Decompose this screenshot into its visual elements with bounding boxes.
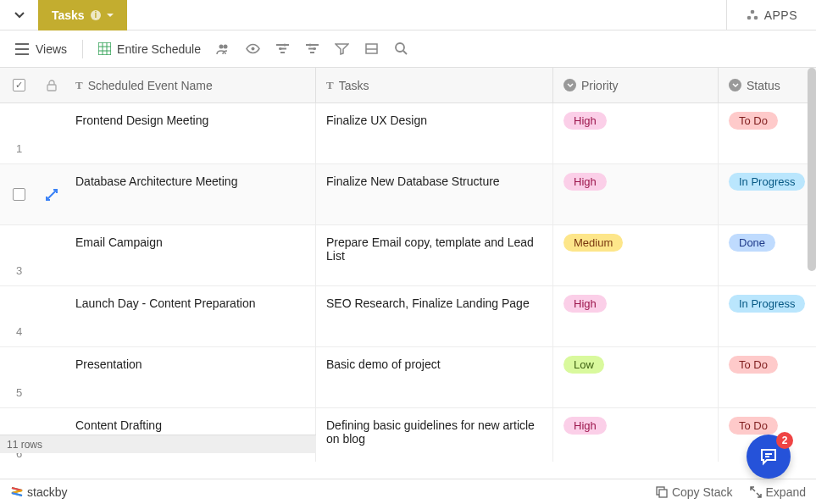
cell-task[interactable]: SEO Research, Finalize Landing Page (316, 286, 553, 346)
svg-point-6 (219, 45, 223, 49)
svg-rect-17 (659, 490, 667, 497)
select-type-icon (563, 79, 576, 91)
row-expand-cell (38, 225, 65, 285)
cell-status[interactable]: Done (719, 225, 816, 285)
column-label: Tasks (339, 79, 369, 92)
table-row[interactable]: Database Architecture MeetingFinalize Ne… (0, 164, 816, 225)
vertical-scrollbar[interactable] (808, 68, 816, 271)
tab-label: Tasks (52, 8, 85, 22)
svg-point-11 (308, 44, 311, 47)
apps-icon (746, 8, 759, 22)
svg-rect-15 (47, 85, 56, 91)
cell-task[interactable]: Prepare Email copy, template and Lead Li… (316, 225, 553, 285)
svg-point-14 (396, 43, 404, 52)
cell-status[interactable]: To Do (719, 347, 816, 407)
cell-priority[interactable]: Medium (553, 225, 719, 285)
views-button[interactable]: Views (15, 42, 67, 56)
cell-priority[interactable]: High (553, 408, 719, 462)
chat-fab[interactable]: 2 (747, 435, 791, 479)
svg-text:i: i (94, 10, 97, 19)
header-lock-cell (38, 80, 65, 91)
priority-pill: High (563, 417, 607, 435)
apps-label: APPS (764, 8, 797, 22)
separator (82, 40, 83, 58)
column-header-tasks[interactable]: T Tasks (316, 68, 553, 102)
cell-event-name[interactable]: Database Architecture Meeting (65, 164, 316, 224)
svg-point-4 (753, 15, 758, 19)
row-number-cell: 3 (0, 225, 38, 285)
row-expand-cell (38, 286, 65, 346)
expand-button[interactable]: Expand (750, 485, 806, 499)
brand-name: stackby (27, 485, 67, 499)
eye-icon[interactable] (246, 42, 260, 56)
cell-task[interactable]: Finalize New Database Structure (316, 164, 553, 224)
toolbar: Views Entire Schedule (0, 30, 816, 68)
svg-point-12 (313, 47, 315, 50)
table-row[interactable]: 1Frontend Design MeetingFinalize UX Desi… (0, 103, 816, 164)
select-type-icon (729, 79, 741, 91)
summary-bar: 11 rows (0, 435, 316, 453)
entire-schedule-button[interactable]: Entire Schedule (98, 42, 201, 56)
row-number-cell: 5 (0, 347, 38, 407)
tab-tasks[interactable]: Tasks i (38, 0, 127, 30)
cell-event-name[interactable]: Frontend Design Meeting (65, 103, 316, 163)
cell-priority[interactable]: High (553, 164, 719, 224)
status-pill: In Progress (729, 173, 805, 191)
row-checkbox[interactable] (13, 188, 25, 201)
select-all-checkbox[interactable] (13, 79, 25, 91)
stackby-logo-icon (10, 485, 24, 499)
chat-icon (758, 446, 779, 467)
schedule-label: Entire Schedule (117, 42, 201, 56)
cell-priority[interactable]: Low (553, 347, 719, 407)
funnel-icon[interactable] (335, 42, 349, 56)
row-height-icon[interactable] (364, 42, 379, 56)
copy-label: Copy Stack (672, 485, 733, 499)
cell-priority[interactable]: High (553, 286, 719, 346)
cell-event-name[interactable]: Launch Day - Content Preparation (65, 286, 316, 346)
users-icon[interactable] (216, 42, 230, 56)
filter-icon-2[interactable] (305, 42, 319, 56)
svg-point-2 (750, 9, 754, 14)
table-header: T Scheduled Event Name T Tasks Priority … (0, 68, 816, 103)
views-label: Views (36, 42, 67, 56)
cell-event-name[interactable]: Email Campaign (65, 225, 316, 285)
row-expand-cell (38, 347, 65, 407)
cell-status[interactable]: In Progress (719, 164, 816, 224)
filter-icon-1[interactable] (275, 42, 290, 56)
search-icon[interactable] (394, 42, 408, 56)
column-header-event[interactable]: T Scheduled Event Name (65, 68, 316, 102)
cell-task[interactable]: Defining basic guidelines for new articl… (316, 408, 553, 462)
apps-button[interactable]: APPS (726, 0, 816, 30)
column-header-priority[interactable]: Priority (553, 68, 719, 102)
row-number-cell (0, 164, 38, 224)
collapse-chevron[interactable] (0, 0, 38, 30)
cell-task[interactable]: Basic demo of project (316, 347, 553, 407)
cell-priority[interactable]: High (553, 103, 719, 163)
column-header-status[interactable]: Status (719, 68, 816, 102)
column-label: Status (747, 79, 780, 92)
cell-event-name[interactable]: Presentation (65, 347, 316, 407)
row-number-cell: 4 (0, 286, 38, 346)
row-number-cell: 1 (0, 103, 38, 163)
cell-status[interactable]: To Do (719, 103, 816, 163)
expand-row-icon[interactable] (45, 188, 58, 202)
status-pill: To Do (729, 417, 778, 435)
cell-task[interactable]: Finalize UX Design (316, 103, 553, 163)
row-count: 11 rows (7, 439, 42, 451)
table-row[interactable]: 4Launch Day - Content PreparationSEO Res… (0, 286, 816, 347)
svg-point-8 (251, 47, 254, 51)
status-pill: In Progress (729, 295, 805, 313)
svg-point-9 (283, 44, 286, 47)
brand-logo[interactable]: stackby (10, 485, 67, 499)
priority-pill: High (563, 173, 607, 191)
copy-stack-button[interactable]: Copy Stack (656, 485, 733, 499)
dropdown-tiny-icon (107, 12, 114, 19)
cell-status[interactable]: In Progress (719, 286, 816, 346)
table-row[interactable]: 5PresentationBasic demo of projectLowTo … (0, 347, 816, 408)
priority-pill: High (563, 112, 607, 130)
svg-rect-5 (98, 42, 111, 55)
table: T Scheduled Event Name T Tasks Priority … (0, 68, 816, 479)
column-label: Scheduled Event Name (88, 79, 213, 92)
table-row[interactable]: 3Email CampaignPrepare Email copy, templ… (0, 225, 816, 286)
svg-point-3 (747, 15, 751, 19)
